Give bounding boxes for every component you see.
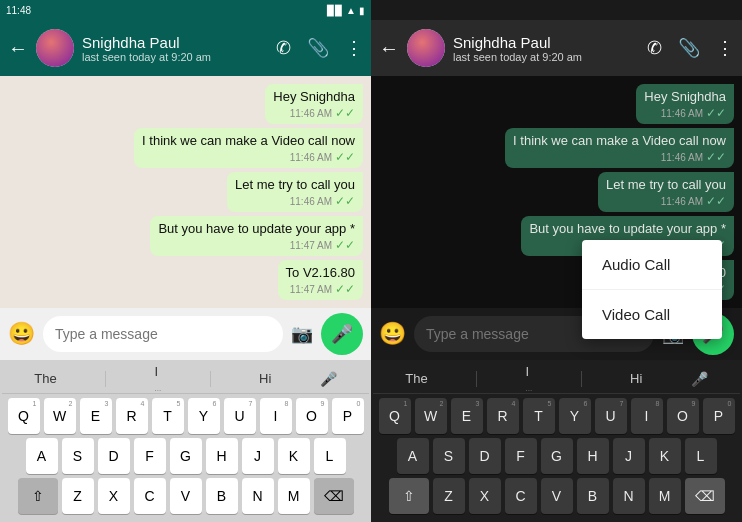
video-call-option[interactable]: Video Call [582,290,722,339]
key-y-left[interactable]: 6Y [188,398,220,434]
key-d-left[interactable]: D [98,438,130,474]
key-h-right[interactable]: H [577,438,609,474]
phone-icon-right[interactable]: ✆ [647,37,662,59]
key-delete-left[interactable]: ⌫ [314,478,354,514]
key-y-right[interactable]: 6Y [559,398,591,434]
key-c-right[interactable]: C [505,478,537,514]
audio-call-option[interactable]: Audio Call [582,240,722,290]
key-f-right[interactable]: F [505,438,537,474]
key-s-right[interactable]: S [433,438,465,474]
msg-time: 11:46 AM [661,108,703,119]
key-a-right[interactable]: A [397,438,429,474]
suggest-i-left[interactable]: I... [155,364,162,394]
msg-ticks: ✓✓ [335,106,355,120]
back-button-right[interactable]: ← [379,37,399,60]
more-icon-left[interactable]: ⋮ [345,37,363,59]
battery-icon: ▮ [359,5,365,16]
key-g-left[interactable]: G [170,438,202,474]
msg-time: 11:46 AM [661,196,703,207]
contact-info-left[interactable]: Snighdha Paul last seen today at 9:20 am [82,34,268,63]
key-i-right[interactable]: 8I [631,398,663,434]
key-x-right[interactable]: X [469,478,501,514]
key-u-right[interactable]: 7U [595,398,627,434]
key-q-right[interactable]: 1Q [379,398,411,434]
camera-button-left[interactable]: 📷 [291,323,313,345]
key-w-right[interactable]: 2W [415,398,447,434]
key-t-left[interactable]: 5T [152,398,184,434]
key-row-2-left: A S D F G H J K L [3,438,368,474]
key-m-right[interactable]: M [649,478,681,514]
contact-name-left: Snighdha Paul [82,34,268,51]
key-k-right[interactable]: K [649,438,681,474]
suggest-i-right[interactable]: I... [526,364,533,394]
key-q-left[interactable]: 1Q [8,398,40,434]
key-o-left[interactable]: 9O [296,398,328,434]
msg-time: 11:46 AM [290,152,332,163]
key-p-right[interactable]: 0P [703,398,735,434]
key-d-right[interactable]: D [469,438,501,474]
chat-header-right: ← Snighdha Paul last seen today at 9:20 … [371,20,742,76]
key-n-left[interactable]: N [242,478,274,514]
mic-button-left[interactable]: 🎤 [321,313,363,355]
key-r-left[interactable]: 4R [116,398,148,434]
key-l-left[interactable]: L [314,438,346,474]
message-2-left: I think we can make a Video call now 11:… [134,128,363,168]
avatar-left [36,29,74,67]
key-s-left[interactable]: S [62,438,94,474]
attach-icon-right[interactable]: 📎 [678,37,700,59]
message-1-right: Hey Snighdha 11:46 AM ✓✓ [636,84,734,124]
key-u-left[interactable]: 7U [224,398,256,434]
back-button-left[interactable]: ← [8,37,28,60]
more-icon-right[interactable]: ⋮ [716,37,734,59]
key-a-left[interactable]: A [26,438,58,474]
key-h-left[interactable]: H [206,438,238,474]
keyboard-suggestions-left: The I... Hi 🎤 [2,364,369,394]
key-e-right[interactable]: 3E [451,398,483,434]
key-delete-right[interactable]: ⌫ [685,478,725,514]
key-j-right[interactable]: J [613,438,645,474]
emoji-button-left[interactable]: 😀 [8,321,35,347]
key-r-right[interactable]: 4R [487,398,519,434]
key-g-right[interactable]: G [541,438,573,474]
key-m-left[interactable]: M [278,478,310,514]
key-z-left[interactable]: Z [62,478,94,514]
key-t-right[interactable]: 5T [523,398,555,434]
suggest-hi-right[interactable]: Hi [630,371,642,386]
key-l-right[interactable]: L [685,438,717,474]
suggest-the-left[interactable]: The [34,371,56,386]
suggest-hi-left[interactable]: Hi [259,371,271,386]
key-v-left[interactable]: V [170,478,202,514]
key-b-right[interactable]: B [577,478,609,514]
key-w-left[interactable]: 2W [44,398,76,434]
key-p-left[interactable]: 0P [332,398,364,434]
key-n-right[interactable]: N [613,478,645,514]
key-k-left[interactable]: K [278,438,310,474]
key-shift-right[interactable]: ⇧ [389,478,429,514]
key-shift-left[interactable]: ⇧ [18,478,58,514]
attach-icon-left[interactable]: 📎 [307,37,329,59]
chat-area-left: Hey Snighdha 11:46 AM ✓✓ I think we can … [0,76,371,308]
msg-time: 11:46 AM [290,108,332,119]
key-j-left[interactable]: J [242,438,274,474]
mic-suggest-left[interactable]: 🎤 [320,371,337,387]
key-x-left[interactable]: X [98,478,130,514]
phone-icon-left[interactable]: ✆ [276,37,291,59]
key-o-right[interactable]: 9O [667,398,699,434]
key-v-right[interactable]: V [541,478,573,514]
mic-suggest-right[interactable]: 🎤 [691,371,708,387]
key-f-left[interactable]: F [134,438,166,474]
key-i-left[interactable]: 8I [260,398,292,434]
message-2-right: I think we can make a Video call now 11:… [505,128,734,168]
key-e-left[interactable]: 3E [80,398,112,434]
suggest-the-right[interactable]: The [405,371,427,386]
message-input-left[interactable] [43,316,283,352]
msg-ticks: ✓✓ [335,150,355,164]
key-row-3-right: ⇧ Z X C V B N M ⌫ [374,478,739,514]
key-z-right[interactable]: Z [433,478,465,514]
contact-info-right[interactable]: Snighdha Paul last seen today at 9:20 am [453,34,639,63]
key-b-left[interactable]: B [206,478,238,514]
emoji-button-right[interactable]: 😀 [379,321,406,347]
msg-time: 11:46 AM [290,196,332,207]
key-row-3-left: ⇧ Z X C V B N M ⌫ [3,478,368,514]
key-c-left[interactable]: C [134,478,166,514]
